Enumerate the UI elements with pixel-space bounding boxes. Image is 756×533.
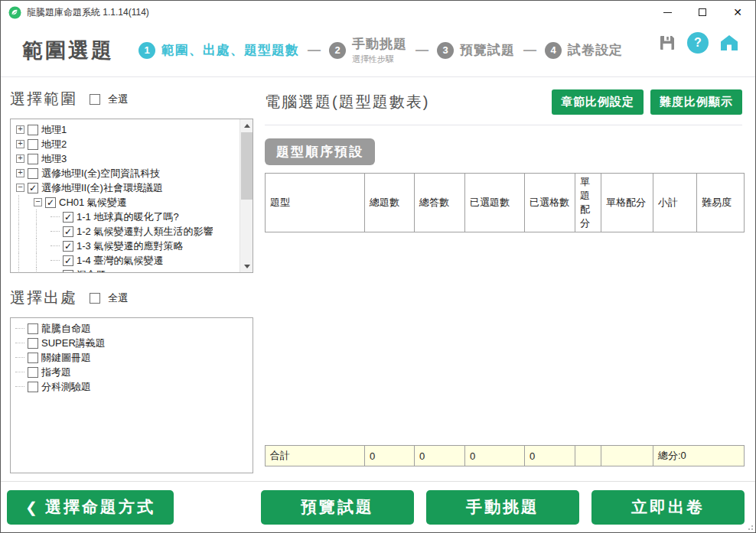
back-button[interactable]: ❮ 選擇命題方式 [7,490,174,525]
app-window: 龍騰題庫命題系統 1.1.14(114) ✕ 範圍選題 1範圍、出處、題型題數—… [0,0,756,533]
generate-button[interactable]: 立即出卷 [591,490,745,525]
tree-item-label: 1-3 氣候變遷的應對策略 [77,239,183,253]
checkbox[interactable]: ✓ [63,270,73,274]
step-1[interactable]: 1範圍、出處、題型題數 [138,41,299,59]
step-label-text: 範圍、出處、題型題數 [161,41,299,59]
summary-per-question-score [575,446,601,466]
tree-indent [18,268,33,273]
checkbox[interactable] [28,382,38,392]
left-panel: 選擇範圍 全選 +地理1+地理2+地理3+選修地理I(全)空間資訊科技−✓選修地… [10,77,253,481]
tree-item[interactable]: ✓1-2 氣候變遷對人類生活的影響 [15,224,237,239]
app-title: 龍騰題庫命題系統 1.1.14(114) [27,6,149,19]
checkbox[interactable]: ✓ [63,255,73,266]
checkbox[interactable] [28,323,38,334]
list-item[interactable]: 龍騰自命題 [15,321,248,336]
column-header: 題型 [266,174,365,232]
title-bar: 龍騰題庫命題系統 1.1.14(114) ✕ [1,1,755,24]
expand-plus-icon[interactable]: + [16,125,24,134]
expand-plus-icon[interactable]: + [16,154,24,163]
close-icon: ✕ [733,7,742,18]
right-panel: 電腦選題(題型題數表) 章節比例設定 難度比例顯示 題型順序預設 題型總題數總答… [265,77,742,481]
minimize-button[interactable] [650,1,685,24]
list-item[interactable]: 分科測驗題 [15,379,248,394]
collapse-minus-icon[interactable]: − [16,184,24,192]
checkbox[interactable]: ✓ [63,212,73,223]
checkbox[interactable] [28,353,38,363]
home-icon[interactable] [719,34,739,52]
scroll-down-icon[interactable] [240,260,253,272]
tree-connector [51,216,60,217]
list-item-label: 龍騰自命題 [41,322,91,336]
tree-indent [36,253,51,268]
checkbox[interactable] [28,338,38,349]
column-header: 總答數 [415,174,465,232]
list-item-label: 指考題 [41,366,71,379]
tree-item-label: 地理3 [41,152,67,166]
source-select-all[interactable]: 全選 [90,291,128,305]
help-icon[interactable]: ? [687,32,709,54]
tree-item[interactable]: ✓1-1 地球真的暖化了嗎? [15,210,237,224]
scope-select-all[interactable]: 全選 [90,93,128,106]
tree-indent [36,239,51,253]
step-sublabel: 選擇性步驟 [352,54,407,65]
list-item[interactable]: SUPER講義題 [15,336,248,350]
checkbox[interactable] [28,125,38,135]
step-2[interactable]: 2手動挑題選擇性步驟 [329,35,407,65]
checkbox[interactable] [28,139,38,150]
tree-connector [15,328,24,329]
scroll-up-icon[interactable] [240,119,253,132]
tree-indent [18,253,33,268]
manual-pick-button[interactable]: 手動挑題 [426,490,579,525]
tree-item[interactable]: ✓1-4 臺灣的氣候變遷 [15,253,237,268]
tree-item[interactable]: ✓混合題 [15,268,237,273]
question-type-table: 題型總題數總答數已選題數已選格數單題配分單格配分小計難易度 [265,173,745,232]
collapse-minus-icon[interactable]: − [34,198,42,206]
preview-button[interactable]: 預覽試題 [261,490,414,525]
maximize-button[interactable] [685,1,720,24]
checkbox[interactable] [28,168,38,179]
step-number: 1 [138,42,155,59]
step-label: 手動挑題選擇性步驟 [352,35,407,65]
chapter-ratio-button[interactable]: 章節比例設定 [552,89,644,115]
list-item-label: SUPER講義題 [41,336,106,350]
tree-indent [36,210,51,224]
close-button[interactable]: ✕ [720,1,755,24]
tree-indent [36,268,51,273]
list-item[interactable]: 指考題 [15,365,248,379]
step-separator: — [308,43,321,58]
tree-item[interactable]: +選修地理I(全)空間資訊科技 [15,166,237,180]
tree-item[interactable]: +地理2 [15,137,237,151]
expand-plus-icon[interactable]: + [16,140,24,148]
checkbox[interactable]: ✓ [63,226,73,237]
expand-plus-icon[interactable]: + [16,169,24,177]
tree-item[interactable]: +地理3 [15,151,237,166]
app-logo-icon [8,6,21,19]
tree-item[interactable]: +地理1 [15,122,237,137]
back-button-label: 選擇命題方式 [45,496,155,518]
page-title: 範圍選題 [22,37,114,64]
scope-tree-scrollbar[interactable] [240,119,253,272]
scrollbar-thumb[interactable] [241,132,253,200]
step-3[interactable]: 3預覽試題 [437,41,515,59]
step-label-text: 試卷設定 [568,41,623,59]
scope-select-all-checkbox[interactable] [90,94,100,105]
source-select-all-checkbox[interactable] [90,293,100,304]
checkbox[interactable]: ✓ [28,183,38,193]
tree-item[interactable]: −✓選修地理II(全)社會環境議題 [15,180,237,195]
resize-grip[interactable] [747,524,753,530]
save-icon[interactable] [658,34,676,52]
checkbox[interactable] [28,367,38,378]
tree-connector [51,231,60,232]
checkbox[interactable]: ✓ [63,241,73,252]
step-4[interactable]: 4試卷設定 [545,41,623,59]
list-item[interactable]: 關鍵圖冊題 [15,350,248,365]
step-label: 範圍、出處、題型題數 [161,41,299,59]
difficulty-ratio-button[interactable]: 難度比例顯示 [650,89,742,115]
tree-item[interactable]: ✓1-3 氣候變遷的應對策略 [15,239,237,253]
tree-item[interactable]: −✓CH01 氣候變遷 [15,195,237,210]
type-order-button[interactable]: 題型順序預設 [265,138,375,165]
checkbox[interactable] [28,154,38,164]
wizard-header: 範圍選題 1範圍、出處、題型題數—2手動挑題選擇性步驟—3預覽試題—4試卷設定 … [1,24,755,77]
computer-selection-title: 電腦選題(題型題數表) [265,92,552,112]
checkbox[interactable]: ✓ [45,197,56,208]
